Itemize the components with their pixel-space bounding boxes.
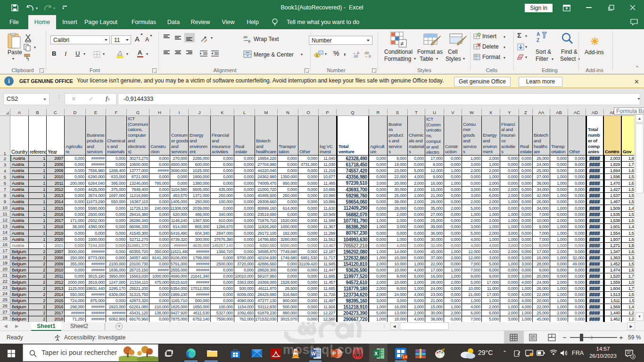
- svg-text:→.0: →.0: [364, 54, 371, 58]
- svg-text:$: $: [316, 53, 318, 58]
- svg-text:.00: .00: [353, 54, 358, 58]
- svg-text:A: A: [537, 32, 540, 37]
- svg-text:ab: ab: [243, 35, 248, 39]
- svg-text:≠: ≠: [400, 40, 404, 47]
- svg-text:Z: Z: [537, 38, 539, 43]
- svg-text:X: X: [374, 351, 378, 356]
